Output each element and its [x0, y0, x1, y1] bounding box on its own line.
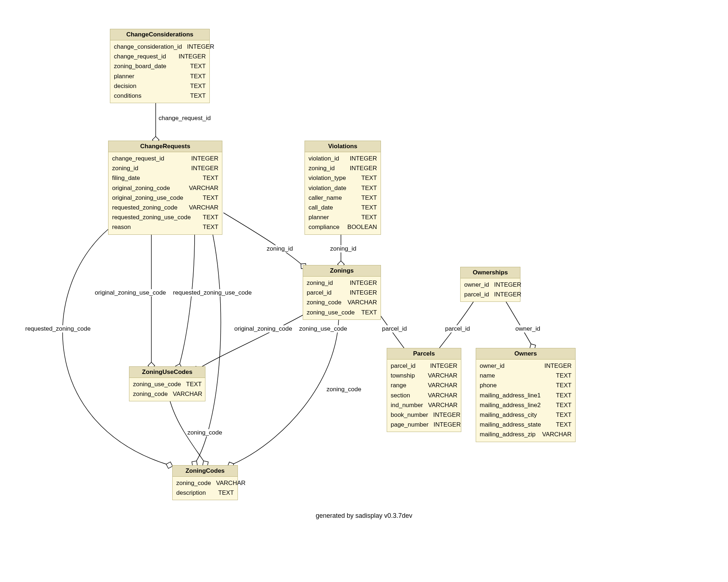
column-name: owner_id — [464, 280, 489, 290]
table-header: Owners — [476, 348, 575, 360]
column-type: VARCHAR — [542, 429, 572, 439]
edge-label: original_zoning_use_code — [95, 289, 166, 296]
column-type: VARCHAR — [428, 391, 457, 400]
column-type: TEXT — [203, 173, 218, 183]
column-name: mailing_address_state — [480, 420, 541, 429]
footer-text: generated by sadisplay v0.3.7dev — [0, 512, 728, 520]
column-type: TEXT — [556, 410, 572, 420]
column-type: TEXT — [556, 400, 572, 410]
column-type: INTEGER — [350, 288, 377, 297]
column-type: INTEGER — [434, 420, 461, 429]
column-type: TEXT — [190, 71, 206, 81]
column-type: INTEGER — [494, 280, 521, 290]
column-name: decision — [114, 81, 136, 91]
table-Parcels: Parcels parcel_idINTEGERtownshipVARCHARr… — [387, 348, 461, 432]
table-row: mailing_address_zipVARCHAR — [480, 429, 572, 439]
table-ZoningCodes: ZoningCodes zoning_codeVARCHARdescriptio… — [172, 465, 238, 500]
column-name: violation_type — [308, 173, 346, 183]
table-row: zoning_codeVARCHAR — [176, 478, 234, 488]
table-row: reasonTEXT — [112, 222, 218, 232]
column-type: INTEGER — [178, 52, 206, 61]
table-row: zoning_idINTEGER — [112, 163, 218, 173]
table-row: violation_dateTEXT — [308, 183, 377, 193]
table-header: ZoningCodes — [173, 466, 238, 477]
column-type: INTEGER — [350, 278, 377, 288]
edge-label: parcel_id — [382, 325, 407, 332]
column-type: TEXT — [361, 183, 377, 193]
table-Ownerships: Ownerships owner_idINTEGERparcel_idINTEG… — [460, 267, 520, 302]
column-type: TEXT — [190, 91, 206, 101]
column-type: TEXT — [218, 488, 234, 498]
table-body: zoning_idINTEGERparcel_idINTEGERzoning_c… — [303, 277, 381, 319]
column-name: reason — [112, 222, 131, 232]
edge-label: original_zoning_code — [234, 325, 292, 332]
table-row: change_request_idINTEGER — [114, 52, 206, 61]
column-type: VARCHAR — [189, 203, 218, 212]
column-type: INTEGER — [191, 163, 218, 173]
table-row: violation_typeTEXT — [308, 173, 377, 183]
column-type: INTEGER — [187, 42, 214, 52]
table-row: parcel_idINTEGER — [391, 361, 457, 371]
column-type: TEXT — [556, 420, 572, 429]
table-ChangeConsiderations: ChangeConsiderations change_consideratio… — [110, 29, 210, 103]
table-header: Parcels — [387, 348, 461, 360]
column-name: change_request_id — [112, 154, 164, 163]
table-Owners: Owners owner_idINTEGERnameTEXTphoneTEXTm… — [476, 348, 576, 442]
column-name: zoning_id — [308, 163, 335, 173]
column-name: original_zoning_code — [112, 183, 170, 193]
column-name: range — [391, 380, 406, 390]
column-type: TEXT — [556, 371, 572, 380]
table-row: parcel_idINTEGER — [464, 290, 516, 299]
table-row: original_zoning_codeVARCHAR — [112, 183, 218, 193]
edge-label: zoning_id — [267, 245, 293, 252]
column-name: zoning_id — [307, 278, 333, 288]
table-row: townshipVARCHAR — [391, 371, 457, 380]
column-name: mailing_address_city — [480, 410, 537, 420]
column-name: call_date — [308, 203, 333, 212]
column-name: zoning_code — [133, 389, 168, 399]
table-row: ind_numberVARCHAR — [391, 400, 457, 410]
table-row: zoning_use_codeTEXT — [307, 308, 377, 317]
edge-label: parcel_id — [445, 325, 470, 332]
column-name: township — [391, 371, 415, 380]
table-ZoningUseCodes: ZoningUseCodes zoning_use_codeTEXTzoning… — [129, 366, 205, 401]
table-row: zoning_idINTEGER — [307, 278, 377, 288]
table-row: violation_idINTEGER — [308, 154, 377, 163]
table-row: decisionTEXT — [114, 81, 206, 91]
column-type: VARCHAR — [173, 389, 202, 399]
table-row: requested_zoning_codeVARCHAR — [112, 203, 218, 212]
table-body: zoning_codeVARCHARdescriptionTEXT — [173, 477, 238, 500]
column-name: parcel_id — [307, 288, 332, 297]
column-name: change_consideration_id — [114, 42, 182, 52]
column-name: planner — [114, 71, 134, 81]
table-header: Zonings — [303, 265, 381, 277]
table-header: Ownerships — [461, 267, 520, 278]
column-type: INTEGER — [191, 154, 218, 163]
table-row: zoning_idINTEGER — [308, 163, 377, 173]
column-name: compliance — [308, 222, 339, 232]
column-type: TEXT — [203, 212, 218, 222]
column-name: zoning_use_code — [133, 379, 181, 389]
column-name: original_zoning_use_code — [112, 193, 183, 203]
table-body: parcel_idINTEGERtownshipVARCHARrangeVARC… — [387, 360, 461, 432]
column-type: BOOLEAN — [347, 222, 377, 232]
table-row: owner_idINTEGER — [480, 361, 572, 371]
table-row: requested_zoning_use_codeTEXT — [112, 212, 218, 222]
column-type: TEXT — [186, 379, 201, 389]
table-Violations: Violations violation_idINTEGERzoning_idI… — [305, 141, 381, 235]
table-header: ZoningUseCodes — [129, 367, 205, 378]
column-type: INTEGER — [544, 361, 572, 371]
table-header: Violations — [305, 141, 381, 152]
table-row: plannerTEXT — [114, 71, 206, 81]
table-row: mailing_address_cityTEXT — [480, 410, 572, 420]
column-type: VARCHAR — [428, 380, 457, 390]
table-row: filing_dateTEXT — [112, 173, 218, 183]
column-name: phone — [480, 380, 497, 390]
table-row: mailing_address_stateTEXT — [480, 420, 572, 429]
column-type: INTEGER — [494, 290, 521, 299]
table-row: parcel_idINTEGER — [307, 288, 377, 297]
column-type: TEXT — [361, 212, 377, 222]
column-name: zoning_use_code — [307, 308, 355, 317]
column-name: name — [480, 371, 495, 380]
column-name: zoning_id — [112, 163, 138, 173]
